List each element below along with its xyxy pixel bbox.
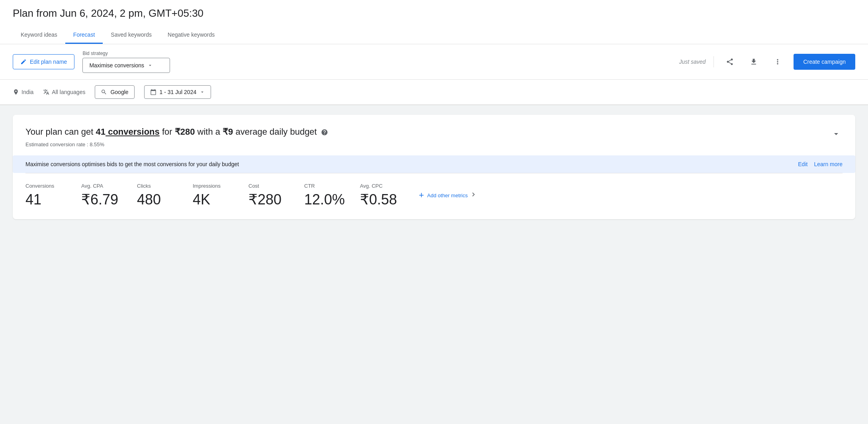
info-banner-text: Maximise conversions optimises bids to g… (25, 161, 239, 167)
location-filter: India (13, 89, 33, 95)
share-button[interactable] (722, 54, 738, 70)
edit-link[interactable]: Edit (798, 161, 807, 167)
network-icon (101, 89, 107, 95)
metric-value-impressions: 4K (193, 191, 236, 208)
bid-strategy-select[interactable]: Maximise conversions (82, 58, 170, 73)
suffix: average daily budget (233, 127, 317, 137)
download-button[interactable] (746, 54, 762, 70)
more-options-button[interactable] (770, 54, 786, 70)
metric-label-ctr: CTR (304, 183, 347, 189)
bid-strategy-label: Bid strategy (82, 51, 170, 56)
date-range-label: 1 - 31 Jul 2024 (160, 89, 197, 95)
metric-label-avg-cpa: Avg. CPA (81, 183, 124, 189)
bid-strategy-group: Bid strategy Maximise conversions (82, 51, 170, 73)
tab-negative-keywords[interactable]: Negative keywords (160, 27, 223, 44)
pencil-icon (20, 59, 27, 65)
calendar-icon (150, 89, 156, 95)
toolbar-section: Edit plan name Bid strategy Maximise con… (0, 44, 868, 80)
chevron-down-icon (831, 129, 841, 139)
metric-conversions: Conversions 41 (25, 183, 81, 208)
learn-more-link[interactable]: Learn more (814, 161, 843, 167)
main-content: Your plan can get 41 conversions for ₹28… (0, 105, 868, 229)
metric-label-impressions: Impressions (193, 183, 236, 189)
edit-plan-button[interactable]: Edit plan name (13, 54, 74, 69)
summary-prefix: Your plan can get (25, 127, 96, 137)
network-label: Google (110, 89, 128, 95)
tabs-nav: Keyword ideas Forecast Saved keywords Ne… (13, 27, 855, 44)
just-saved-status: Just saved (679, 59, 706, 65)
divider (714, 56, 714, 67)
summary-header: Your plan can get 41 conversions for ₹28… (25, 126, 843, 147)
more-vert-icon (774, 58, 782, 66)
metric-value-avg-cpa: ₹6.79 (81, 191, 124, 208)
summary-card: Your plan can get 41 conversions for ₹28… (13, 115, 855, 219)
language-label: All languages (52, 89, 85, 95)
add-metrics-label: Add other metrics (427, 192, 468, 198)
share-icon (726, 58, 734, 66)
metrics-row: Conversions 41 Avg. CPA ₹6.79 Clicks 480… (25, 173, 843, 219)
edit-plan-label: Edit plan name (30, 59, 67, 65)
chevron-down-icon (147, 63, 153, 68)
metric-impressions: Impressions 4K (193, 183, 248, 208)
metric-value-avg-cpc: ₹0.58 (360, 191, 403, 208)
metric-ctr: CTR 12.0% (304, 183, 360, 208)
network-filter[interactable]: Google (95, 85, 134, 99)
language-icon (43, 89, 49, 95)
daily-budget-value: ₹9 (223, 127, 233, 137)
conversions-label: conversions (106, 127, 160, 137)
next-arrow-button[interactable] (469, 190, 477, 200)
download-icon (750, 58, 758, 66)
plan-title: Plan from Jun 6, 2024, 2 pm, GMT+05:30 (13, 7, 855, 20)
add-metrics-button[interactable]: + Add other metrics (419, 191, 468, 200)
create-campaign-button[interactable]: Create campaign (794, 54, 855, 70)
metric-clicks: Clicks 480 (137, 183, 193, 208)
location-label: India (22, 89, 33, 95)
collapse-button[interactable] (830, 128, 843, 142)
metric-value-cost: ₹280 (248, 191, 291, 208)
chevron-right-icon (469, 190, 477, 198)
conversion-rate: Estimated conversion rate : 8.55% (25, 141, 328, 147)
top-bar: Plan from Jun 6, 2024, 2 pm, GMT+05:30 K… (0, 0, 868, 44)
metric-value-ctr: 12.0% (304, 191, 347, 208)
tab-keyword-ideas[interactable]: Keyword ideas (13, 27, 65, 44)
bid-strategy-value: Maximise conversions (89, 62, 144, 69)
metric-label-avg-cpc: Avg. CPC (360, 183, 403, 189)
cost-value: ₹280 (175, 127, 195, 137)
metric-label-conversions: Conversions (25, 183, 68, 189)
summary-title-container: Your plan can get 41 conversions for ₹28… (25, 126, 328, 147)
conversions-count: 41 (96, 127, 106, 137)
tab-saved-keywords[interactable]: Saved keywords (103, 27, 160, 44)
metric-label-cost: Cost (248, 183, 291, 189)
info-banner: Maximise conversions optimises bids to g… (13, 155, 855, 173)
info-banner-actions: Edit Learn more (798, 161, 843, 167)
location-icon (13, 89, 19, 95)
date-range-filter[interactable]: 1 - 31 Jul 2024 (144, 85, 211, 99)
with-text: with a (195, 127, 223, 137)
metric-value-conversions: 41 (25, 191, 68, 208)
plus-icon: + (419, 191, 424, 200)
middle-text: for (160, 127, 175, 137)
metric-avg-cpc: Avg. CPC ₹0.58 (360, 183, 416, 208)
tab-forecast[interactable]: Forecast (65, 27, 103, 44)
filters-section: India All languages Google 1 - 31 Jul 20… (0, 80, 868, 105)
metric-label-clicks: Clicks (137, 183, 180, 189)
metric-value-clicks: 480 (137, 191, 180, 208)
chevron-down-icon (199, 89, 205, 95)
help-icon (321, 129, 328, 136)
summary-title: Your plan can get 41 conversions for ₹28… (25, 126, 328, 138)
metric-cost: Cost ₹280 (248, 183, 304, 208)
metric-avg-cpa: Avg. CPA ₹6.79 (81, 183, 137, 208)
language-filter: All languages (43, 89, 85, 95)
